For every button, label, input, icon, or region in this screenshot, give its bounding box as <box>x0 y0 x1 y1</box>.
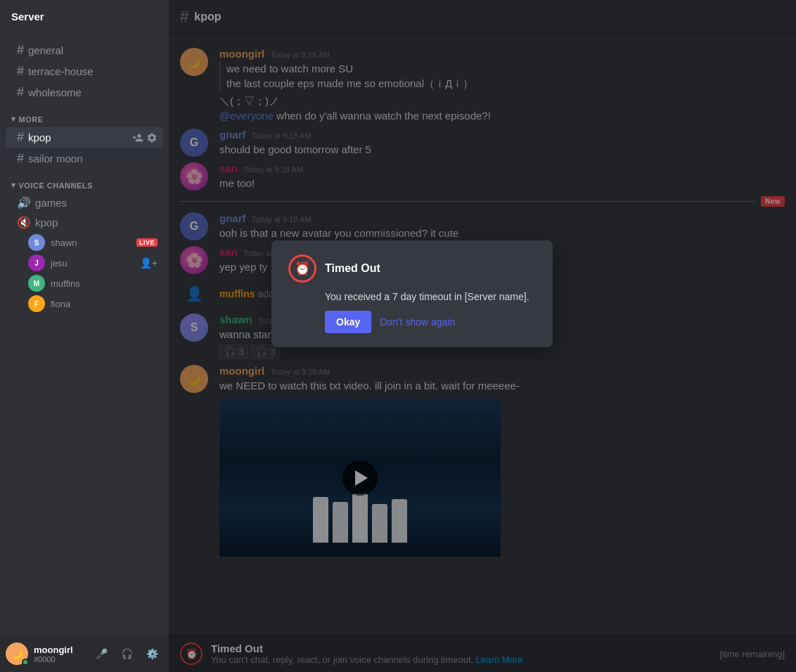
modal-header: ⏰ Timed Out <box>288 254 536 283</box>
more-label: MORE <box>19 115 44 124</box>
sidebar-item-kpop[interactable]: # kpop <box>6 127 163 148</box>
chevron-icon: ▾ <box>11 181 16 190</box>
channel-label: sailor moon <box>28 153 158 164</box>
hash-icon: # <box>17 151 24 166</box>
voice-channel-games[interactable]: 🔊 games <box>6 193 163 212</box>
modal-actions: Okay Don't show again <box>325 311 536 333</box>
avatar: F <box>28 295 45 312</box>
username: moongirl <box>34 645 84 655</box>
okay-button[interactable]: Okay <box>325 311 371 333</box>
server-name: Server <box>11 11 44 22</box>
hash-icon: # <box>17 85 24 100</box>
voice-member-jesu: J jesu 👤+ <box>6 253 163 273</box>
voice-channel-label: games <box>35 197 67 209</box>
sidebar-item-general[interactable]: # general <box>6 40 163 60</box>
user-settings-button[interactable]: ⚙️ <box>141 642 163 665</box>
timed-out-modal: ⏰ Timed Out You received a 7 day timeout… <box>271 240 553 347</box>
speaker-muted-icon: 🔇 <box>17 216 31 229</box>
channel-action-icons <box>132 132 158 143</box>
member-name: fiona <box>51 299 70 309</box>
timeout-modal-icon: ⏰ <box>288 254 316 283</box>
chat-area: # kpop 🌙 moongirl Today at 9:18 AM we ne… <box>169 0 796 672</box>
add-member-icon[interactable] <box>132 132 143 143</box>
channel-label: terrace-house <box>28 65 158 77</box>
user-tag: #0000 <box>34 655 84 664</box>
chevron-icon: ▾ <box>11 115 16 124</box>
voice-label: VOICE CHANNELS <box>19 181 93 190</box>
voice-member-muffins: M muffins <box>6 273 163 293</box>
channel-list: # general # terrace-house # wholesome ▾ … <box>0 34 169 635</box>
user-panel: 🌙 moongirl #0000 🎤 🎧 ⚙️ <box>0 635 169 672</box>
member-name: shawn <box>51 238 77 248</box>
channel-label: kpop <box>28 131 132 143</box>
dont-show-button[interactable]: Don't show again <box>380 316 455 328</box>
modal-overlay: ⏰ Timed Out You received a 7 day timeout… <box>169 0 796 672</box>
mute-button[interactable]: 🎤 <box>90 642 113 665</box>
more-section-header[interactable]: ▾ MORE <box>0 103 169 127</box>
voice-member-shawn: S shawn LIVE <box>6 233 163 252</box>
sidebar-item-wholesome[interactable]: # wholesome <box>6 82 163 103</box>
channel-label: general <box>28 44 158 56</box>
avatar: S <box>28 234 45 251</box>
user-controls: 🎤 🎧 ⚙️ <box>90 642 163 665</box>
voice-member-fiona: F fiona <box>6 294 163 314</box>
member-name: muffins <box>51 278 80 289</box>
online-status-dot <box>22 659 29 666</box>
server-header[interactable]: Server <box>0 0 169 34</box>
voice-channel-label: kpop <box>35 217 58 228</box>
hash-icon: # <box>17 64 24 79</box>
member-name: jesu <box>51 258 68 269</box>
modal-title: Timed Out <box>325 262 380 275</box>
channel-label: wholesome <box>28 86 158 98</box>
hash-icon: # <box>17 130 24 145</box>
sidebar: Server # general # terrace-house # whole… <box>0 0 169 672</box>
sidebar-item-sailor-moon[interactable]: # sailor moon <box>6 148 163 169</box>
kpop-voice-wrapper: 🔇 kpop You can't join during timeout. <box>0 213 169 232</box>
modal-body: You received a 7 day timeout in [Server … <box>325 291 536 302</box>
user-avatar-wrapper: 🌙 <box>6 642 28 665</box>
sidebar-item-terrace-house[interactable]: # terrace-house <box>6 61 163 82</box>
live-badge: LIVE <box>136 238 158 247</box>
speaker-icon: 🔊 <box>17 196 31 209</box>
avatar: J <box>28 254 45 271</box>
user-info: moongirl #0000 <box>34 645 84 664</box>
avatar: M <box>28 275 45 292</box>
voice-channel-kpop[interactable]: 🔇 kpop <box>6 213 163 232</box>
add-to-voice-icon[interactable]: 👤+ <box>140 257 158 269</box>
hash-icon: # <box>17 43 24 58</box>
voice-section-header[interactable]: ▾ VOICE CHANNELS <box>0 169 169 193</box>
deafen-button[interactable]: 🎧 <box>115 642 138 665</box>
settings-icon[interactable] <box>146 132 158 143</box>
